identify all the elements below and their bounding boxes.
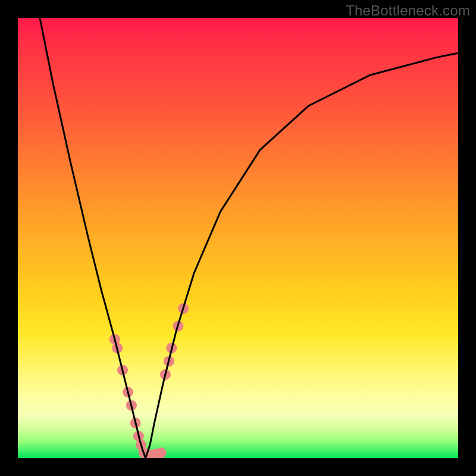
chart-frame: TheBottleneck.com	[0, 0, 476, 476]
watermark-text: TheBottleneck.com	[346, 2, 470, 19]
curve-svg	[18, 18, 458, 458]
marker-point	[156, 447, 167, 458]
curve-right-branch	[146, 53, 458, 458]
plot-area	[18, 18, 458, 458]
